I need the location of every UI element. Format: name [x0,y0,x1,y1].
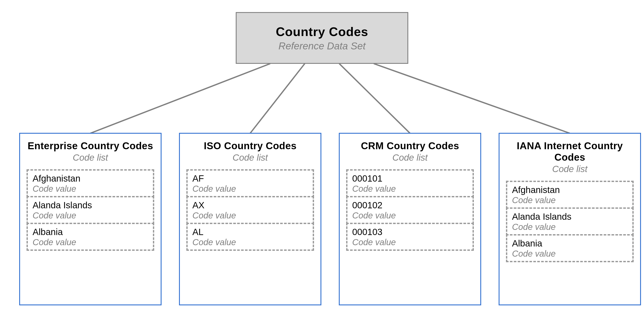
code-value-label: Code value [352,211,468,220]
code-value: AX [192,200,308,210]
code-value-label: Code value [512,249,628,258]
code-value-label: Code value [32,238,148,247]
code-value-item: Alanda Islands Code value [506,208,634,236]
code-value: 000103 [352,227,468,237]
values-stack: 000101 Code value 000102 Code value 0001… [346,169,474,251]
svg-line-0 [90,64,270,133]
root-subtitle: Reference Data Set [278,40,366,52]
svg-line-2 [339,64,410,133]
list-title: ISO Country Codes [204,140,296,152]
list-title: CRM Country Codes [361,140,459,152]
code-value: Afghanistan [32,174,148,184]
code-value: AF [192,174,308,184]
code-list-crm: CRM Country Codes Code list 000101 Code … [339,133,481,305]
values-stack: Afghanistan Code value Alanda Islands Co… [26,169,154,251]
code-value-label: Code value [512,222,628,232]
code-value: Albania [512,238,628,248]
list-subtitle: Code list [552,164,587,174]
code-value: 000101 [352,174,468,184]
code-list-iana: IANA Internet Country Codes Code list Af… [499,133,641,305]
diagram-canvas: Country Codes Reference Data Set Enterpr… [0,0,644,320]
list-subtitle: Code list [73,152,108,163]
code-value-label: Code value [192,211,308,220]
svg-line-3 [374,64,570,133]
code-value-label: Code value [192,238,308,247]
code-value: Alanda Islands [512,212,628,222]
code-value-item: Albania Code value [26,223,154,251]
list-subtitle: Code list [232,152,268,163]
code-value-item: AL Code value [186,223,314,251]
list-title: IANA Internet Country Codes [506,140,634,163]
values-stack: AF Code value AX Code value AL Code valu… [186,169,314,251]
list-subtitle: Code list [392,152,428,163]
code-value-label: Code value [32,211,148,220]
code-value: AL [192,227,308,237]
code-value: Alanda Islands [32,200,148,210]
code-value: Albania [32,227,148,237]
code-value-item: 000101 Code value [346,169,474,197]
code-value-item: Afghanistan Code value [26,169,154,197]
code-value-item: Albania Code value [506,234,634,262]
code-list-enterprise: Enterprise Country Codes Code list Afgha… [19,133,162,305]
code-value-label: Code value [32,184,148,194]
code-value: 000102 [352,200,468,210]
code-value-label: Code value [352,184,468,194]
values-stack: Afghanistan Code value Alanda Islands Co… [506,181,634,262]
code-value: Afghanistan [512,185,628,195]
root-node: Country Codes Reference Data Set [236,12,408,64]
code-value-item: 000103 Code value [346,223,474,251]
code-value-label: Code value [192,184,308,194]
code-value-item: AX Code value [186,196,314,224]
code-value-item: 000102 Code value [346,196,474,224]
code-value-item: Afghanistan Code value [506,181,634,209]
code-value-item: AF Code value [186,169,314,197]
root-title: Country Codes [276,24,368,39]
code-list-iso: ISO Country Codes Code list AF Code valu… [179,133,321,305]
svg-line-1 [250,64,305,133]
code-value-item: Alanda Islands Code value [26,196,154,224]
list-title: Enterprise Country Codes [28,140,153,152]
code-value-label: Code value [512,195,628,205]
code-value-label: Code value [352,238,468,247]
